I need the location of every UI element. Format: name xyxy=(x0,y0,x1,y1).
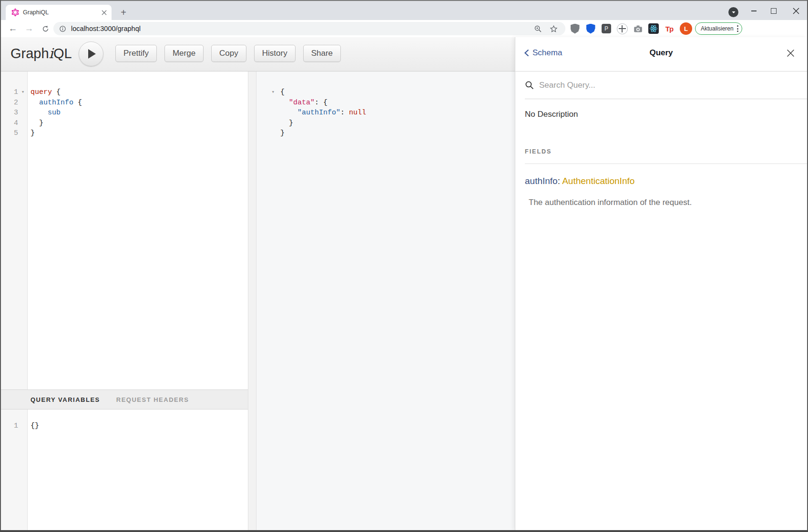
react-devtools-icon[interactable] xyxy=(648,23,659,34)
code-line: "data": { xyxy=(256,98,515,108)
reload-icon[interactable] xyxy=(38,20,52,37)
merge-button[interactable]: Merge xyxy=(164,45,204,62)
code-line: } xyxy=(256,118,515,129)
extensions-row: P Tp xyxy=(569,20,691,37)
window-frame-top xyxy=(0,0,808,1)
move-tool-icon[interactable] xyxy=(616,23,628,34)
search-underline xyxy=(525,99,807,99)
code-line: } xyxy=(256,128,515,139)
variables-tab-bar: QUERY VARIABLES REQUEST HEADERS xyxy=(1,389,248,409)
window-close-icon[interactable] xyxy=(784,2,808,20)
pane-resize-divider[interactable] xyxy=(248,72,256,530)
code-line: ▾ { xyxy=(256,87,515,98)
window-frame-bottom xyxy=(0,530,808,532)
query-editor[interactable]: 1 ▾ query { 2 authInfo { 3 sub 4 } 5 } xyxy=(1,87,248,139)
site-info-icon[interactable] xyxy=(59,25,66,32)
copy-button[interactable]: Copy xyxy=(211,45,246,62)
extension-p-icon[interactable]: P xyxy=(601,23,612,34)
doc-fields-divider xyxy=(525,164,807,164)
code-line: 5 } xyxy=(1,128,248,139)
zoom-icon[interactable] xyxy=(534,25,542,33)
result-pane[interactable]: ▾ { "data": { "authInfo": null } } xyxy=(256,72,515,530)
forward-icon[interactable]: → xyxy=(22,20,36,37)
screenshot-camera-icon[interactable] xyxy=(632,23,644,34)
variables-editor[interactable]: 1 {} xyxy=(1,409,248,530)
graphql-favicon-icon xyxy=(11,9,19,16)
play-icon xyxy=(88,49,96,59)
browser-window: { "browser": { "tab_title": "GraphiQL", … xyxy=(0,0,808,532)
tampermonkey-tp-icon[interactable]: Tp xyxy=(664,23,675,34)
code-line: 1 ▾ query { xyxy=(1,87,248,98)
result-viewer: ▾ { "data": { "authInfo": null } } xyxy=(256,87,515,139)
history-button[interactable]: History xyxy=(254,45,296,62)
search-icon xyxy=(525,81,534,92)
graphiql-toolbar: Prettify Merge Copy History Share xyxy=(115,45,341,62)
share-button[interactable]: Share xyxy=(303,45,341,62)
code-line: "authInfo": null xyxy=(256,108,515,118)
doc-no-description: No Description xyxy=(525,110,578,119)
doc-field-name-link[interactable]: authInfo xyxy=(525,176,558,186)
new-tab-button[interactable]: + xyxy=(117,6,130,19)
doc-close-icon[interactable] xyxy=(785,48,796,58)
query-editor-pane[interactable]: 1 ▾ query { 2 authInfo { 3 sub 4 } 5 } Q… xyxy=(1,72,248,530)
tab-close-icon[interactable] xyxy=(100,9,108,16)
browser-tab-graphiql[interactable]: GraphiQL xyxy=(6,5,112,20)
doc-fields-heading: FIELDS xyxy=(525,148,552,155)
doc-field-type-link[interactable]: AuthenticationInfo xyxy=(562,176,634,186)
back-icon[interactable]: ← xyxy=(6,20,20,37)
window-frame-left xyxy=(0,0,1,532)
tab-request-headers[interactable]: REQUEST HEADERS xyxy=(116,396,189,403)
url-text: localhost:3000/graphql xyxy=(71,25,141,32)
prettify-button[interactable]: Prettify xyxy=(115,45,157,62)
doc-search-input[interactable] xyxy=(538,78,798,93)
doc-title: Query xyxy=(515,48,807,58)
bitwarden-icon[interactable] xyxy=(585,23,596,34)
doc-field-row: authInfo: AuthenticationInfo xyxy=(525,176,634,186)
minimize-icon[interactable] xyxy=(744,2,764,20)
doc-explorer-header: Schema Query xyxy=(515,37,807,72)
code-line: 3 sub xyxy=(1,108,248,118)
code-line: 4 } xyxy=(1,118,248,129)
profile-avatar[interactable]: L xyxy=(680,22,692,35)
doc-search-box xyxy=(515,71,807,99)
execute-query-button[interactable] xyxy=(79,41,103,66)
doc-explorer-panel: Schema Query No Description FIELDS authI… xyxy=(515,37,807,530)
update-label: Aktualisieren xyxy=(701,25,734,32)
browser-titlebar: GraphiQL + xyxy=(1,1,807,20)
tab-search-icon[interactable] xyxy=(728,7,738,17)
maximize-icon[interactable] xyxy=(764,2,784,20)
menu-dots-icon xyxy=(737,25,738,32)
bookmark-star-icon[interactable] xyxy=(550,25,558,33)
tab-title: GraphiQL xyxy=(23,9,100,16)
fold-arrow-icon[interactable]: ▾ xyxy=(18,87,28,98)
ublock-origin-icon[interactable] xyxy=(569,23,581,34)
graphiql-logo: GraphiQL xyxy=(10,45,72,61)
doc-field-description: The authentication information of the re… xyxy=(529,198,692,207)
code-line: 2 authInfo { xyxy=(1,98,248,108)
fold-arrow-icon[interactable]: ▾ xyxy=(256,87,275,98)
code-line: 1 {} xyxy=(1,421,248,431)
url-address-bar[interactable]: localhost:3000/graphql xyxy=(53,22,565,35)
tab-query-variables[interactable]: QUERY VARIABLES xyxy=(31,396,100,403)
browser-update-menu-button[interactable]: Aktualisieren xyxy=(695,22,742,35)
